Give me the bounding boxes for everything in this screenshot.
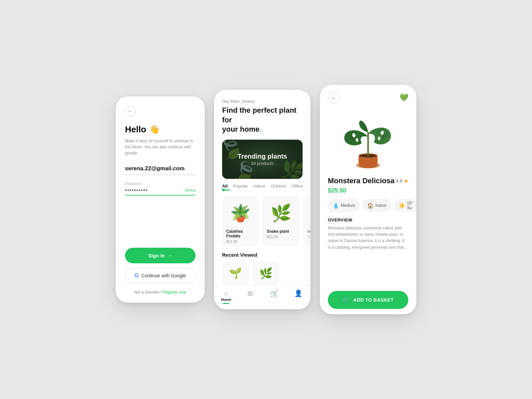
- calathea-name: Calathea Freddie: [226, 229, 255, 238]
- product-price: $25.50: [328, 187, 408, 194]
- product-image: [320, 103, 416, 177]
- more-price: $2...: [307, 235, 311, 239]
- calathea-image: 🪴: [226, 200, 255, 226]
- screens-container: ← Hello 👋 Make it easy for yourself to c…: [102, 65, 430, 334]
- recent-item-2[interactable]: 🌿: [253, 262, 279, 285]
- find-title: Find the perfect plant foryour home.: [222, 106, 303, 134]
- more-image: 🌱: [307, 200, 311, 226]
- tab-outdoor[interactable]: Outdoor: [271, 184, 286, 189]
- sun-icon: ☀️: [399, 202, 405, 209]
- water-icon: 💧: [332, 202, 339, 209]
- trending-text: Trending plants 34 products: [238, 153, 287, 166]
- login-screen: ← Hello 👋 Make it easy for yourself to c…: [116, 96, 205, 303]
- tab-indoor[interactable]: Indoor: [253, 184, 265, 189]
- product-title-row: Monstera Deliciosa 4.8 ★: [328, 177, 408, 185]
- home-screen: Hey there, Serena Find the perfect plant…: [214, 90, 311, 309]
- snake-price: $15.50: [267, 235, 295, 239]
- nav-profile[interactable]: 👤: [287, 289, 311, 304]
- recent-grid: 🌱 🌿: [222, 262, 303, 285]
- google-logo-icon: G: [135, 273, 139, 279]
- register-link[interactable]: Register now: [163, 290, 186, 295]
- calathea-price: $21.30: [226, 239, 255, 243]
- product-detail-screen: ← 💚: [320, 85, 416, 314]
- greeting-text: Hey there, Serena: [222, 99, 303, 104]
- cart-icon: 🛒: [270, 289, 279, 297]
- nav-home[interactable]: ⌂ Home: [214, 289, 238, 304]
- trending-title: Trending plants: [238, 153, 287, 160]
- favorite-icon[interactable]: 💚: [399, 93, 408, 102]
- product-header: ← 💚: [320, 85, 416, 103]
- password-label: Password: [125, 182, 196, 186]
- tab-all[interactable]: All: [222, 184, 228, 189]
- hello-title: Hello 👋: [125, 124, 196, 135]
- add-to-basket-button[interactable]: 🛒 ADD TO BASKET: [328, 291, 408, 309]
- home-header: Hey there, Serena Find the perfect plant…: [214, 90, 311, 140]
- register-text: Not a member? Register now: [125, 290, 196, 295]
- password-dots: ••••••••••: [125, 188, 148, 193]
- password-row: •••••••••• Strong: [125, 188, 196, 196]
- google-sign-in-button[interactable]: G Continue with Google: [125, 268, 196, 283]
- sign-in-button[interactable]: Sign In →: [125, 248, 196, 263]
- categories-icon: ⊞: [247, 289, 253, 297]
- tags-row: 💧 Medium 🏠 Indoor ☀️ 15° Su: [328, 199, 408, 212]
- product-details: Monstera Deliciosa 4.8 ★ $25.50 💧 Medium…: [320, 177, 416, 286]
- tag-location[interactable]: 🏠 Indoor: [362, 199, 391, 212]
- product-back-button[interactable]: ←: [328, 92, 339, 103]
- monstera-illustration: [336, 107, 400, 173]
- plant-card-more[interactable]: 🌱 m... $2...: [303, 196, 311, 247]
- filter-tabs: All Popular Indoor Outdoor Office: [214, 179, 311, 191]
- product-name: Monstera Deliciosa: [328, 177, 395, 185]
- trending-banner[interactable]: 🍃 🌿 🍃 Trending plants 34 products: [222, 140, 303, 179]
- star-icon: ★: [404, 178, 408, 184]
- tab-popular[interactable]: Popular: [233, 184, 248, 189]
- nav-categories[interactable]: ⊞: [238, 289, 263, 304]
- tag-water[interactable]: 💧 Medium: [328, 199, 360, 212]
- nav-cart[interactable]: 🛒: [262, 289, 287, 304]
- bottom-nav: ⌂ Home ⊞ 🛒 👤: [214, 285, 311, 309]
- trending-subtitle: 34 products: [238, 161, 287, 166]
- more-name: m...: [307, 229, 311, 234]
- plant-card-snake[interactable]: 🌿 Snake plant $15.50: [263, 196, 299, 247]
- profile-icon: 👤: [294, 289, 303, 297]
- recent-item-1[interactable]: 🌱: [222, 262, 249, 285]
- basket-icon: 🛒: [342, 296, 350, 304]
- snake-image: 🌿: [267, 200, 295, 226]
- recent-title: Recent Viewed: [222, 252, 303, 258]
- wave-emoji: 👋: [149, 124, 160, 135]
- tab-office[interactable]: Office: [292, 184, 303, 189]
- recent-section: Recent Viewed 🌱 🌿: [214, 247, 311, 285]
- strength-label: Strong: [185, 188, 196, 192]
- home-icon: ⌂: [224, 289, 228, 297]
- overview-title: OVERVIEW: [328, 217, 408, 222]
- product-rating: 4.8 ★: [396, 178, 408, 184]
- tag-temperature[interactable]: ☀️ 15° Su: [394, 199, 416, 212]
- home-label: Home: [221, 298, 231, 302]
- back-button[interactable]: ←: [125, 106, 136, 116]
- snake-name: Snake plant: [267, 229, 295, 234]
- plant-card-calathea[interactable]: 🪴 Calathea Freddie $21.30: [222, 196, 259, 247]
- login-subtitle: Make it easy for yourself to continue in…: [125, 138, 196, 156]
- overview-text: Monstera deliciosa, commonly called spli…: [328, 225, 408, 251]
- indoor-icon: 🏠: [367, 202, 374, 209]
- plants-grid: 🪴 Calathea Freddie $21.30 🌿 Snake plant …: [214, 191, 311, 247]
- email-display: serena.22@gmail.com: [125, 165, 196, 175]
